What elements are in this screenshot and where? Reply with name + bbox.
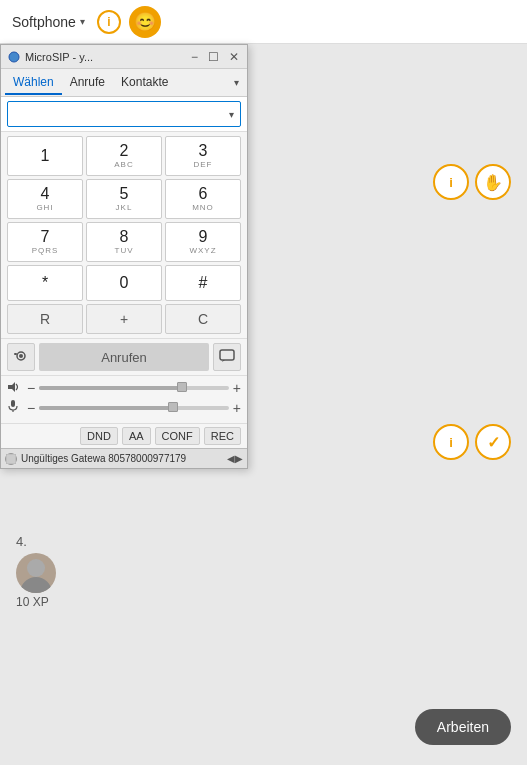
key-c-label: C [198, 311, 208, 327]
mic-track[interactable] [39, 406, 229, 410]
aa-button[interactable]: AA [122, 427, 151, 445]
smiley-button[interactable]: 😊 [129, 6, 161, 38]
dial-input-box[interactable]: ▾ [7, 101, 241, 127]
speaker-track[interactable] [39, 386, 229, 390]
speaker-icon [7, 381, 23, 396]
svg-rect-3 [14, 353, 17, 355]
svg-point-2 [19, 354, 23, 358]
right-icons-bottom: i ✓ [433, 424, 511, 460]
microsip-window: MicroSIP - y... − ☐ ✕ Wählen Anrufe Kont… [0, 44, 248, 469]
key-6[interactable]: 6 MNO [165, 179, 241, 219]
key-plus-label: + [120, 311, 128, 327]
hand-circle-button[interactable]: ✋ [475, 164, 511, 200]
special-row: R + C [7, 304, 241, 334]
smiley-icon: 😊 [134, 11, 156, 33]
key-7[interactable]: 7 PQRS [7, 222, 83, 262]
key-2[interactable]: 2 ABC [86, 136, 162, 176]
key-9[interactable]: 9 WXYZ [165, 222, 241, 262]
key-r[interactable]: R [7, 304, 83, 334]
info-icon: i [107, 15, 110, 29]
svg-rect-9 [6, 454, 16, 464]
status-arrows[interactable]: ◀▶ [227, 453, 243, 464]
key-5[interactable]: 5 JKL [86, 179, 162, 219]
key-8[interactable]: 8 TUV [86, 222, 162, 262]
info-icon-bottom: i [449, 435, 453, 450]
svg-point-0 [9, 52, 19, 62]
svg-point-10 [20, 577, 52, 593]
mic-icon [7, 399, 23, 416]
info-button[interactable]: i [97, 10, 121, 34]
user-avatar [16, 553, 56, 593]
key-plus[interactable]: + [86, 304, 162, 334]
message-icon [219, 349, 235, 366]
main-area: MicroSIP - y... − ☐ ✕ Wählen Anrufe Kont… [0, 44, 527, 765]
speaker-fill [39, 386, 181, 390]
close-button[interactable]: ✕ [227, 51, 241, 63]
window-controls: − ☐ ✕ [189, 51, 241, 63]
keypad: 1 2 ABC 3 DEF 4 GHI 5 JKL [1, 132, 247, 338]
key-c[interactable]: C [165, 304, 241, 334]
top-bar: Softphone ▾ i 😊 [0, 0, 527, 44]
mic-minus[interactable]: − [27, 400, 35, 416]
info-icon-top: i [449, 175, 453, 190]
svg-rect-7 [11, 400, 15, 407]
window-title-text: MicroSIP - y... [25, 51, 189, 63]
speaker-slider-row: − + [7, 380, 241, 396]
key-0[interactable]: 0 [86, 265, 162, 301]
speaker-minus[interactable]: − [27, 380, 35, 396]
key-hash[interactable]: # [165, 265, 241, 301]
sliders-area: − + − [1, 375, 247, 423]
tab-bar: Wählen Anrufe Kontakte ▾ [1, 69, 247, 97]
maximize-button[interactable]: ☐ [206, 51, 221, 63]
info-circle-button-bottom[interactable]: i [433, 424, 469, 460]
rec-button[interactable]: REC [204, 427, 241, 445]
status-bar: Ungültiges Gatewa 80578000977179 ◀▶ [1, 448, 247, 468]
arbeiten-button[interactable]: Arbeiten [415, 709, 511, 745]
user-number: 4. [16, 534, 56, 549]
check-circle-button[interactable]: ✓ [475, 424, 511, 460]
user-area: 4. 10 XP [16, 534, 56, 609]
info-circle-button-top[interactable]: i [433, 164, 469, 200]
user-xp: 10 XP [16, 595, 56, 609]
mic-thumb [168, 402, 178, 412]
dropdown-arrow-icon: ▾ [80, 16, 85, 27]
call-button[interactable]: Anrufen [39, 343, 209, 371]
check-icon: ✓ [487, 433, 500, 452]
svg-rect-4 [220, 350, 234, 360]
key-3[interactable]: 3 DEF [165, 136, 241, 176]
key-r-label: R [40, 311, 50, 327]
top-bar-title: Softphone [12, 14, 76, 30]
dial-input-area: ▾ [1, 97, 247, 132]
status-icon [5, 453, 17, 465]
tab-anrufe[interactable]: Anrufe [62, 71, 113, 95]
speaker-plus[interactable]: + [233, 380, 241, 396]
message-button[interactable] [213, 343, 241, 371]
bottom-btn-bar: DND AA CONF REC [1, 423, 247, 448]
microsip-title-icon [7, 50, 21, 64]
mic-plus[interactable]: + [233, 400, 241, 416]
tab-dropdown-button[interactable]: ▾ [230, 75, 243, 90]
mic-slider-row: − + [7, 399, 241, 416]
dial-chevron-icon: ▾ [229, 109, 234, 120]
camera-icon [13, 349, 29, 365]
svg-point-11 [27, 559, 45, 577]
tab-kontakte[interactable]: Kontakte [113, 71, 176, 95]
key-star[interactable]: * [7, 265, 83, 301]
mic-fill [39, 406, 172, 410]
keypad-grid: 1 2 ABC 3 DEF 4 GHI 5 JKL [7, 136, 241, 301]
tab-wahlen[interactable]: Wählen [5, 71, 62, 95]
right-icons-top: i ✋ [433, 164, 511, 200]
window-titlebar: MicroSIP - y... − ☐ ✕ [1, 45, 247, 69]
hand-icon: ✋ [483, 173, 503, 192]
svg-marker-6 [8, 382, 15, 392]
call-row: Anrufen [1, 338, 247, 375]
key-4[interactable]: 4 GHI [7, 179, 83, 219]
key-1[interactable]: 1 [7, 136, 83, 176]
minimize-button[interactable]: − [189, 51, 200, 63]
status-text: Ungültiges Gatewa 80578000977179 [21, 453, 186, 464]
softphone-dropdown[interactable]: Softphone ▾ [12, 14, 85, 30]
speaker-thumb [177, 382, 187, 392]
dnd-button[interactable]: DND [80, 427, 118, 445]
camera-button[interactable] [7, 343, 35, 371]
conf-button[interactable]: CONF [155, 427, 200, 445]
